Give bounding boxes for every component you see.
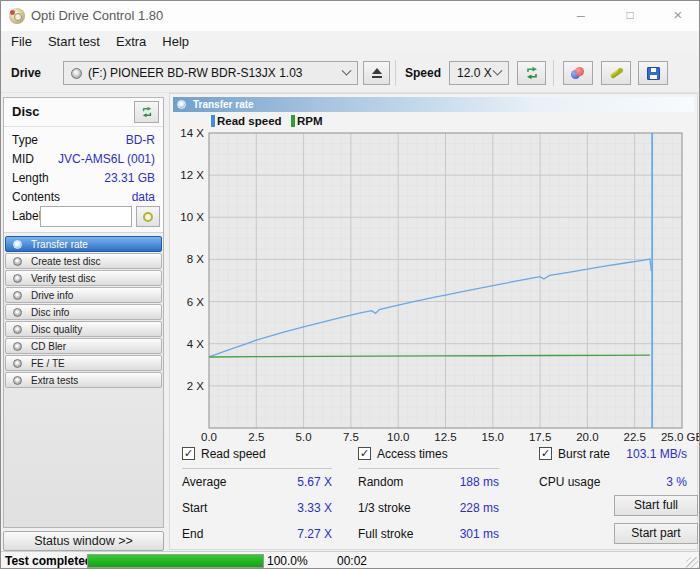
sidebar-item-disc-quality[interactable]: Disc quality <box>5 321 162 337</box>
burst-rate-checkbox[interactable]: ✓ <box>539 447 552 460</box>
write-label-button[interactable] <box>136 206 160 227</box>
stat-value: 3.33 X <box>297 501 332 516</box>
sidebar-item-create-test-disc[interactable]: Create test disc <box>5 253 162 269</box>
resize-grip-icon[interactable] <box>686 557 698 569</box>
read-speed-checkbox[interactable]: ✓ <box>182 447 195 460</box>
settings-button[interactable] <box>601 61 631 85</box>
sidebar-item-label: Disc quality <box>31 324 82 335</box>
refresh-button[interactable] <box>517 61 546 85</box>
app-window: Opti Drive Control 1.80 –□× FileStart te… <box>0 0 700 569</box>
transfer-rate-chart: 14 X12 X10 X8 X6 X4 X2 X0.02.55.07.510.0… <box>170 94 699 454</box>
sidebar-item-verify-test-disc[interactable]: Verify test disc <box>5 270 162 286</box>
sidebar-item-disc-info[interactable]: Disc info <box>5 304 162 320</box>
title-bar: Opti Drive Control 1.80 –□× <box>1 1 699 31</box>
status-window-button[interactable]: Status window >> <box>3 531 164 551</box>
menu-start-test[interactable]: Start test <box>40 31 108 53</box>
access-times-results: ✓ Access times Random188 ms1/3 stroke228… <box>358 446 499 461</box>
disc-title: Disc <box>12 104 39 119</box>
svg-text:2.5: 2.5 <box>248 431 264 443</box>
sidebar-item-transfer-rate[interactable]: Transfer rate <box>5 236 162 252</box>
speed-select[interactable]: 12.0 X <box>449 61 509 85</box>
disc-row: Length23.31 GB <box>4 169 163 188</box>
disc-ring-icon <box>143 212 153 222</box>
eject-icon <box>371 68 383 78</box>
pills-icon <box>571 67 585 79</box>
menu-help[interactable]: Help <box>154 31 197 53</box>
stat-row: Start3.33 X <box>182 501 332 516</box>
disc-icon <box>13 376 22 385</box>
svg-text:25.0 GB: 25.0 GB <box>661 431 700 443</box>
access-times-checkbox[interactable]: ✓ <box>358 447 371 460</box>
disc-icon <box>13 308 22 317</box>
start-full-button[interactable]: Start full <box>614 495 698 516</box>
disc-row-value: BD-R <box>126 131 155 150</box>
svg-text:0.0: 0.0 <box>201 431 217 443</box>
read-speed-results: ✓ Read speed Average5.67 XStart3.33 XEnd… <box>182 446 332 461</box>
svg-text:5.0: 5.0 <box>296 431 312 443</box>
drive-disc-icon <box>71 68 82 79</box>
stat-row: Full stroke301 ms <box>358 527 499 542</box>
sidebar-item-drive-info[interactable]: Drive info <box>5 287 162 303</box>
stat-label: Random <box>358 475 403 490</box>
cpu-usage-label: CPU usage <box>539 475 600 490</box>
drive-select-value: (F:) PIONEER BD-RW BDR-S13JX 1.03 <box>88 66 303 80</box>
svg-text:RPM: RPM <box>297 115 323 127</box>
disc-label-row: Label <box>4 205 163 229</box>
disc-icon <box>13 325 22 334</box>
panel-title: Transfer rate <box>193 99 254 110</box>
burst-rate-value: 103.1 MB/s <box>626 447 687 461</box>
disc-refresh-button[interactable] <box>134 101 159 123</box>
sidebar-item-extra-tests[interactable]: Extra tests <box>5 372 162 388</box>
svg-text:12 X: 12 X <box>180 169 204 181</box>
sidebar-item-label: Create test disc <box>31 256 100 267</box>
svg-text:12.5: 12.5 <box>434 431 456 443</box>
speed-label: Speed <box>405 66 441 80</box>
svg-text:10.0: 10.0 <box>387 431 409 443</box>
svg-text:17.5: 17.5 <box>529 431 551 443</box>
toolbar-separator <box>395 60 396 86</box>
disc-header: Disc <box>4 98 163 127</box>
sidebar-list: Transfer rateCreate test discVerify test… <box>4 236 163 389</box>
drive-label: Drive <box>11 66 41 80</box>
stat-label: Average <box>182 475 226 490</box>
close-button[interactable]: × <box>662 1 694 31</box>
drive-select[interactable]: (F:) PIONEER BD-RW BDR-S13JX 1.03 <box>63 61 358 85</box>
label-input[interactable] <box>40 206 132 227</box>
svg-text:2 X: 2 X <box>187 380 205 392</box>
save-button[interactable] <box>638 61 668 85</box>
elapsed-time: 00:02 <box>337 554 367 568</box>
stat-value: 188 ms <box>460 475 499 490</box>
access-times-checkbox-label: Access times <box>377 447 448 461</box>
svg-text:20.0: 20.0 <box>576 431 598 443</box>
minimize-button[interactable]: – <box>565 1 597 31</box>
disc-row-label: Type <box>12 131 38 150</box>
menu-extra[interactable]: Extra <box>108 31 154 53</box>
sidebar-item-label: Disc info <box>31 307 69 318</box>
disc-icon <box>13 342 22 351</box>
sidebar-item-cd-bler[interactable]: CD Bler <box>5 338 162 354</box>
stat-row: Random188 ms <box>358 475 499 490</box>
disc-row: MIDJVC-AMS6L (001) <box>4 150 163 169</box>
erase-disc-button[interactable] <box>563 61 593 85</box>
disc-icon <box>13 240 22 249</box>
stat-value: 301 ms <box>460 527 499 542</box>
sidebar-item-fe-te[interactable]: FE / TE <box>5 355 162 371</box>
svg-text:14 X: 14 X <box>180 127 204 139</box>
sidebar-item-label: Extra tests <box>31 375 78 386</box>
maximize-button[interactable]: □ <box>614 1 646 31</box>
cpu-usage-value: 3 % <box>666 475 687 490</box>
disc-icon <box>13 257 22 266</box>
progress-bar <box>87 554 264 568</box>
menu-bar: FileStart testExtraHelp <box>1 31 699 53</box>
refresh-icon <box>141 106 153 118</box>
status-text: Test completed <box>5 554 92 568</box>
stat-value: 7.27 X <box>297 527 332 542</box>
eject-button[interactable] <box>363 61 390 85</box>
menu-file[interactable]: File <box>3 31 40 53</box>
svg-text:10 X: 10 X <box>180 211 204 223</box>
disc-row-label: Length <box>12 169 49 188</box>
panel-disc-icon <box>177 100 186 109</box>
stat-value: 5.67 X <box>297 475 332 490</box>
start-part-button[interactable]: Start part <box>614 523 698 544</box>
svg-text:6 X: 6 X <box>187 296 205 308</box>
